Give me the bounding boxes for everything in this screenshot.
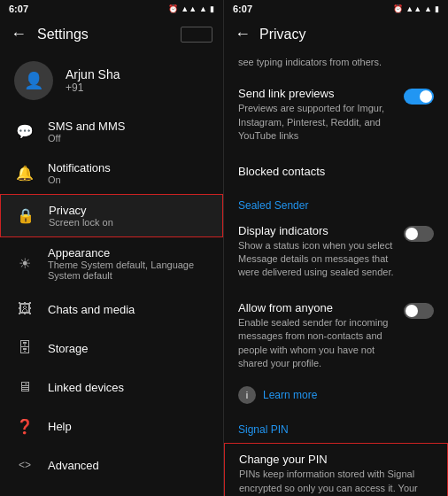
display-indicators-item[interactable]: Display indicators Show a status icon wh… xyxy=(224,215,448,289)
back-button[interactable]: ← xyxy=(11,25,27,43)
learn-more-link[interactable]: Learn more xyxy=(263,389,317,401)
menu-item-linked[interactable]: 🖥 Linked devices xyxy=(0,368,223,407)
right-top-bar: ← Privacy xyxy=(224,18,448,50)
profile-section[interactable]: 👤 Arjun Sha +91 xyxy=(0,50,223,111)
send-link-previews-desc: Previews are supported for Imgur, Instag… xyxy=(238,102,397,143)
sealed-sender-header: Sealed Sender xyxy=(224,190,448,215)
allow-from-anyone-desc: Enable sealed sender for incoming messag… xyxy=(238,316,397,371)
left-time: 6:07 xyxy=(9,4,28,14)
signal-bars-icon: ▲▲ xyxy=(181,4,197,13)
display-indicators-text: Display indicators Show a status icon wh… xyxy=(238,224,397,280)
profile-name: Arjun Sha xyxy=(66,67,120,81)
display-indicators-title: Display indicators xyxy=(238,224,397,237)
notifications-icon: 🔔 xyxy=(14,163,35,184)
profile-info: Arjun Sha +91 xyxy=(66,67,120,94)
notifications-text: Notifications On xyxy=(48,161,111,185)
display-indicators-desc: Show a status icon when you select Messa… xyxy=(238,239,397,280)
allow-from-anyone-row: Allow from anyone Enable sealed sender f… xyxy=(238,301,434,371)
left-status-bar: 6:07 ⏰ ▲▲ ▲ ▮ xyxy=(0,0,223,18)
battery-icon: ▮ xyxy=(210,4,214,13)
right-time: 6:07 xyxy=(233,4,252,14)
top-description: see typing indicators from others. xyxy=(224,50,448,78)
right-status-icons: ⏰ ▲▲ ▲ ▮ xyxy=(393,4,439,13)
sms-icon: 💬 xyxy=(14,121,35,143)
menu-item-sms[interactable]: 💬 SMS and MMS Off xyxy=(0,111,223,152)
blocked-contacts-title: Blocked contacts xyxy=(238,165,434,178)
menu-item-storage[interactable]: 🗄 Storage xyxy=(0,329,223,368)
appearance-text: Appearance Theme System default, Languag… xyxy=(48,246,209,281)
display-indicators-toggle[interactable] xyxy=(404,226,434,242)
change-pin-item[interactable]: Change your PIN PINs keep information st… xyxy=(225,444,447,496)
allow-from-anyone-toggle[interactable] xyxy=(404,303,434,319)
privacy-label: Privacy xyxy=(49,204,113,217)
right-back-button[interactable]: ← xyxy=(235,25,251,43)
privacy-text: Privacy Screen lock on xyxy=(49,204,113,228)
appearance-icon: ☀ xyxy=(14,253,35,275)
chats-text: Chats and media xyxy=(48,303,135,316)
allow-from-anyone-title: Allow from anyone xyxy=(238,301,397,314)
advanced-icon: <> xyxy=(14,454,35,476)
right-status-bar: 6:07 ⏰ ▲▲ ▲ ▮ xyxy=(224,0,448,18)
advanced-label: Advanced xyxy=(48,459,99,472)
chats-label: Chats and media xyxy=(48,303,135,316)
avatar-icon: 👤 xyxy=(24,71,43,90)
left-top-bar: ← Settings xyxy=(0,18,223,50)
linked-text: Linked devices xyxy=(48,381,124,394)
advanced-text: Advanced xyxy=(48,459,99,472)
edit-button[interactable] xyxy=(181,27,212,43)
sms-sub: Off xyxy=(48,133,125,143)
right-signal-icon: ▲▲ xyxy=(406,4,421,13)
right-battery-icon: ▮ xyxy=(435,4,439,13)
blocked-contacts-item[interactable]: Blocked contacts xyxy=(224,156,448,187)
change-pin-title: Change your PIN xyxy=(239,453,433,466)
learn-more-row[interactable]: i Learn more xyxy=(224,379,448,411)
menu-item-appearance[interactable]: ☀ Appearance Theme System default, Langu… xyxy=(0,237,223,290)
linked-label: Linked devices xyxy=(48,381,124,394)
send-link-previews-toggle[interactable] xyxy=(404,89,434,105)
send-link-previews-row: Send link previews Previews are supporte… xyxy=(238,87,434,143)
privacy-page-title: Privacy xyxy=(259,27,305,43)
privacy-icon: 🔒 xyxy=(15,205,36,227)
send-link-previews-text: Send link previews Previews are supporte… xyxy=(238,87,397,143)
notifications-label: Notifications xyxy=(48,161,111,174)
alarm-icon: ⏰ xyxy=(168,4,178,13)
display-indicators-row: Display indicators Show a status icon wh… xyxy=(238,224,434,280)
change-pin-text: Change your PIN PINs keep information st… xyxy=(239,453,433,496)
sms-text: SMS and MMS Off xyxy=(48,120,125,143)
settings-title: Settings xyxy=(37,27,89,43)
avatar: 👤 xyxy=(14,61,53,100)
send-link-previews-title: Send link previews xyxy=(238,87,397,100)
appearance-label: Appearance xyxy=(48,246,209,260)
right-alarm-icon: ⏰ xyxy=(393,4,403,13)
storage-icon: 🗄 xyxy=(14,337,35,359)
left-status-icons: ⏰ ▲▲ ▲ ▮ xyxy=(168,4,214,13)
chats-icon: 🖼 xyxy=(14,298,35,320)
send-link-previews-item[interactable]: Send link previews Previews are supporte… xyxy=(224,78,448,151)
wifi-icon: ▲ xyxy=(199,4,207,13)
help-text: Help xyxy=(48,420,72,433)
allow-from-anyone-text: Allow from anyone Enable sealed sender f… xyxy=(238,301,397,371)
learn-more-icon: i xyxy=(238,386,256,404)
sms-label: SMS and MMS xyxy=(48,120,125,133)
appearance-sub: Theme System default, Language System de… xyxy=(48,260,209,281)
right-wifi-icon: ▲ xyxy=(424,4,432,13)
right-panel: 6:07 ⏰ ▲▲ ▲ ▮ ← Privacy see typing indic… xyxy=(224,0,448,496)
storage-text: Storage xyxy=(48,342,89,355)
notifications-sub: On xyxy=(48,174,111,185)
help-label: Help xyxy=(48,420,72,433)
pin-settings-group: Change your PIN PINs keep information st… xyxy=(224,443,448,496)
allow-from-anyone-item[interactable]: Allow from anyone Enable sealed sender f… xyxy=(224,292,448,380)
menu-item-privacy[interactable]: 🔒 Privacy Screen lock on xyxy=(0,194,223,237)
change-pin-desc: PINs keep information stored with Signal… xyxy=(239,468,433,496)
menu-item-advanced[interactable]: <> Advanced xyxy=(0,446,223,484)
menu-item-help[interactable]: ❓ Help xyxy=(0,407,223,446)
linked-icon: 🖥 xyxy=(14,376,35,398)
menu-item-notifications[interactable]: 🔔 Notifications On xyxy=(0,152,223,194)
signal-pin-header: Signal PIN xyxy=(224,415,448,439)
profile-phone: +91 xyxy=(66,81,120,94)
storage-label: Storage xyxy=(48,342,89,355)
privacy-sub: Screen lock on xyxy=(49,217,113,228)
help-icon: ❓ xyxy=(14,415,35,437)
left-panel: 6:07 ⏰ ▲▲ ▲ ▮ ← Settings 👤 Arjun Sha +91… xyxy=(0,0,224,496)
menu-item-chats[interactable]: 🖼 Chats and media xyxy=(0,290,223,329)
